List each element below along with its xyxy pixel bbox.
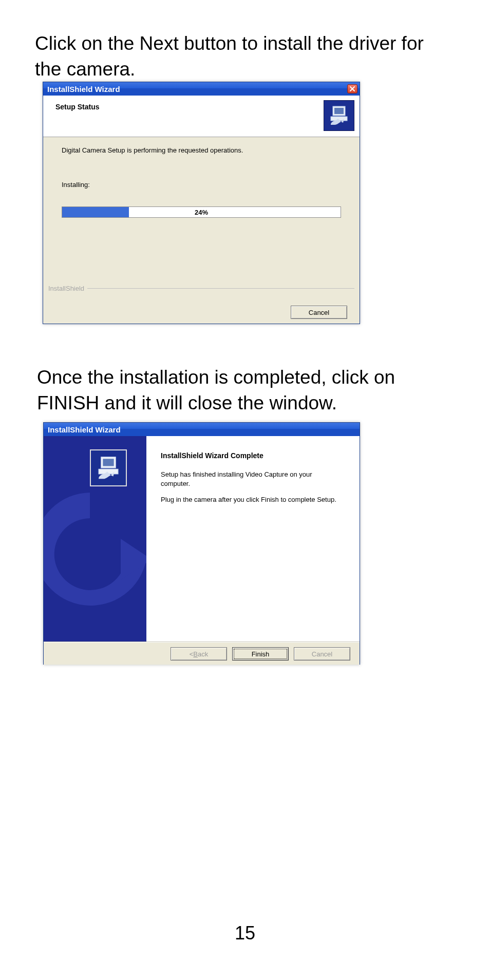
complete-message-1: Setup has finished installing Video Capt… <box>161 470 325 488</box>
installing-label: Installing: <box>62 181 90 189</box>
cancel-button: Cancel <box>294 647 350 661</box>
complete-message-2: Plug in the camera after you click Finis… <box>161 495 350 504</box>
instruction-text-2: Once the installation is completed, clic… <box>37 365 438 416</box>
svg-rect-1 <box>334 108 344 114</box>
page: Click on the Next button to install the … <box>0 0 490 980</box>
back-underline-letter: B <box>193 650 198 658</box>
progress-bar: 24% <box>62 206 341 218</box>
installshield-brand: InstallShield <box>48 285 84 292</box>
installshield-brand-line: InstallShield <box>48 285 354 292</box>
page-number: 15 <box>0 922 490 944</box>
window-title: InstallShield Wizard <box>48 425 121 434</box>
setup-status-label: Setup Status <box>55 103 100 111</box>
dialog-body: InstallShield Wizard Complete Setup has … <box>44 436 360 642</box>
dialog-footer: Cancel <box>43 304 360 324</box>
dialog-body: Digital Camera Setup is performing the r… <box>43 137 360 304</box>
computer-install-icon <box>90 449 127 486</box>
complete-title: InstallShield Wizard Complete <box>161 451 350 460</box>
window-title: InstallShield Wizard <box>47 85 120 93</box>
dialog-footer: < Back Finish Cancel <box>44 642 360 665</box>
side-graphic-panel <box>44 436 146 642</box>
titlebar[interactable]: InstallShield Wizard <box>43 82 360 96</box>
progress-fill <box>62 207 129 217</box>
back-button: < Back <box>171 647 227 661</box>
close-button[interactable] <box>347 84 357 93</box>
arrow-graphic-icon <box>44 487 146 631</box>
back-rest: ack <box>198 650 208 658</box>
back-prefix: < <box>190 650 194 658</box>
installshield-complete-dialog: InstallShield Wizard <box>43 422 360 665</box>
close-icon <box>349 86 355 92</box>
titlebar[interactable]: InstallShield Wizard <box>44 423 360 436</box>
dialog-main-content: InstallShield Wizard Complete Setup has … <box>146 436 360 642</box>
computer-install-icon <box>324 100 354 131</box>
svg-rect-4 <box>103 459 114 466</box>
footer-button-row: < Back Finish Cancel <box>171 647 350 661</box>
installshield-setup-status-dialog: InstallShield Wizard Setup Status Digi <box>43 82 360 324</box>
dialog-subheader: Setup Status <box>43 96 360 137</box>
cancel-button[interactable]: Cancel <box>291 306 347 319</box>
divider <box>87 288 354 289</box>
status-description: Digital Camera Setup is performing the r… <box>62 146 243 154</box>
finish-button[interactable]: Finish <box>232 647 289 661</box>
instruction-text-1: Click on the Next button to install the … <box>35 31 436 82</box>
